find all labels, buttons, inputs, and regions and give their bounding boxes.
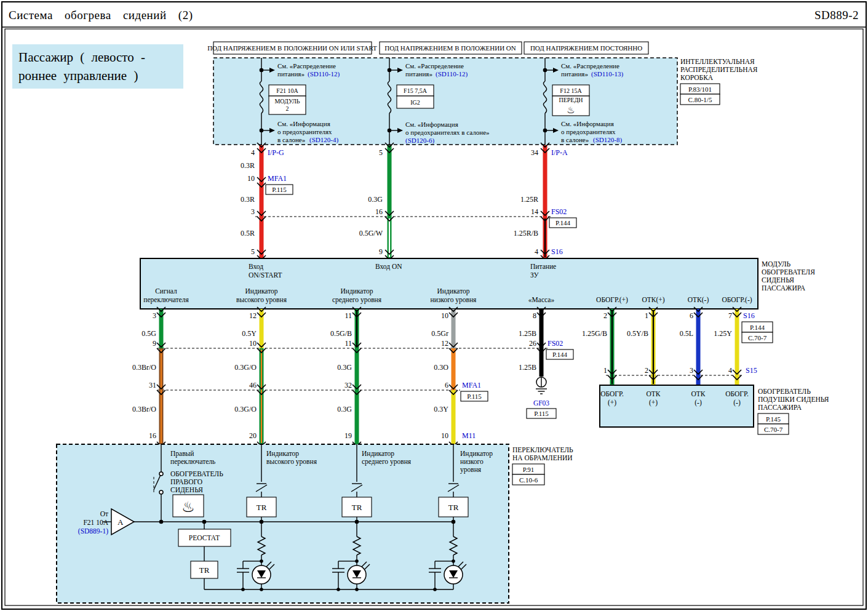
pin: 7 bbox=[728, 311, 732, 320]
wire-gauge: 0.3G bbox=[368, 195, 383, 204]
module-out6: ОБОГР.(+) bbox=[596, 296, 628, 304]
junction-box-conn-ref: C.80-1/5 bbox=[688, 96, 712, 103]
wire-gauge: 0.3O bbox=[434, 363, 448, 372]
pin: 46 bbox=[249, 381, 257, 389]
junction-box-page-ref: P.83/101 bbox=[688, 86, 712, 93]
module-output-wires: 3 12 11 10 8 2 1 6 7 S16 P.144 C.70-7 0.… bbox=[132, 307, 773, 452]
module-out7: ОТК(+) bbox=[642, 296, 664, 304]
pin: 4 bbox=[728, 366, 732, 375]
pin: 31 bbox=[149, 381, 156, 389]
ref-power-dist-3b: питания» bbox=[561, 70, 588, 78]
link-sd120-6[interactable]: (SD120-6) bbox=[405, 137, 434, 145]
source-label-2: F21 10A bbox=[83, 519, 108, 526]
module-out4b: низкого уровня bbox=[431, 296, 477, 304]
cushion-ref-2: C.70-7 bbox=[764, 426, 783, 433]
cushion-name-3: ПАССАЖИРА bbox=[758, 404, 802, 411]
module-in1a: Вход bbox=[249, 263, 263, 271]
ground-symbol-gf03: GF03 P.115 bbox=[527, 377, 556, 418]
module-out3b: среднего уровня bbox=[332, 296, 382, 304]
cushion-t4a: ОБОГР. bbox=[725, 390, 749, 397]
wire-gauge: 0.3G/O bbox=[234, 405, 257, 413]
pin: 12 bbox=[441, 339, 448, 348]
cushion-t1a: ОБОГР. bbox=[600, 390, 624, 397]
s16-ref-2: C.70-7 bbox=[748, 334, 767, 341]
ref-p115-2: P.115 bbox=[467, 393, 482, 400]
indicator-high-label-1: Индикатор bbox=[266, 450, 299, 458]
link-sd120-8[interactable]: (SD120-8) bbox=[593, 136, 622, 144]
indicator-low-label-1: Индикатор bbox=[460, 450, 493, 458]
connector-mfa1-2: MFA1 bbox=[462, 381, 481, 389]
link-sd110-12-b[interactable]: (SD110-12) bbox=[436, 70, 468, 78]
rheostat-label: РЕОСТАТ bbox=[189, 534, 220, 541]
wire-gauge: 0.3R bbox=[241, 161, 255, 170]
pin: 9 bbox=[379, 247, 383, 256]
wiring-diagram-page: Система обогрева сидений (2) SD889-2 Пас… bbox=[0, 0, 868, 611]
connector-fs02: FS02 bbox=[551, 207, 567, 216]
wire-gauge: 0.5G bbox=[141, 329, 156, 338]
amplifier-label: A bbox=[117, 517, 124, 527]
link-sd110-13[interactable]: (SD110-13) bbox=[591, 70, 623, 78]
indicator-low-label-3: уровня bbox=[460, 466, 482, 474]
power-condition-2: ПОД НАПРЯЖЕНИЕМ В ПОЛОЖЕНИИ ON bbox=[384, 44, 516, 52]
pin: 14 bbox=[531, 207, 538, 216]
wire-gauge: 0.3R bbox=[241, 195, 255, 204]
wire-gauge: 0.3G bbox=[337, 405, 352, 413]
connector-m11: M11 bbox=[462, 431, 476, 440]
connector-s16: S16 bbox=[551, 247, 563, 256]
supply-wires: 4 I/P-G 0.3R 10 MFA1 P.115 0.3R 3 0.5R 5… bbox=[241, 143, 576, 260]
pin: 32 bbox=[344, 381, 352, 389]
module-name-4: ПАССАЖИРА bbox=[762, 284, 806, 292]
pin: 1 bbox=[603, 366, 607, 375]
tr-label: TR bbox=[257, 503, 267, 512]
pin: 34 bbox=[531, 148, 538, 157]
link-sd110-12-a[interactable]: (SD110-12) bbox=[308, 70, 340, 78]
pin: 2 bbox=[645, 366, 648, 375]
pin: 26 bbox=[529, 339, 536, 348]
ref-p144: P.144 bbox=[555, 219, 571, 226]
tr-label: TR bbox=[448, 503, 459, 512]
module-in2: Вход ON bbox=[375, 263, 402, 271]
junction-box-name-3: КОРОБКА bbox=[680, 74, 714, 81]
pin: 11 bbox=[344, 311, 352, 320]
wire-gauge: 0.3Br/O bbox=[132, 405, 156, 413]
fuse-f15-label: F15 7,5A bbox=[404, 87, 428, 94]
module-out1b: переключателя bbox=[143, 296, 189, 304]
pin: 9 bbox=[153, 339, 156, 348]
power-condition-boxes: ПОД НАПРЯЖЕНИЕМ В ПОЛОЖЕНИИ ON ИЛИ START… bbox=[207, 42, 648, 54]
connector-s15: S15 bbox=[746, 366, 757, 375]
cushion-t2b: (+) bbox=[649, 399, 658, 407]
module-out2a: Индикатор bbox=[245, 287, 277, 295]
connector-gf03: GF03 bbox=[533, 399, 549, 407]
pin: 10 bbox=[441, 311, 448, 320]
wire-gauge: 0.3Br/O bbox=[132, 363, 156, 372]
wire-gauge: 1.25R bbox=[520, 195, 538, 204]
cushion-t3a: ОТК bbox=[691, 390, 706, 397]
ref-p115: P.115 bbox=[272, 186, 287, 193]
module-out9: ОБОГР.(-) bbox=[722, 296, 752, 304]
pin: 3 bbox=[690, 366, 693, 375]
power-condition-3: ПОД НАПРЯЖЕНИЕМ ПОСТОЯННО bbox=[530, 44, 642, 52]
cushion-t1b: (+) bbox=[608, 399, 616, 407]
switch-label-1: Правый bbox=[170, 450, 194, 458]
page-code: SD889-2 bbox=[814, 9, 859, 22]
seat-heater-label-2: ПРАВОГО bbox=[170, 478, 202, 485]
indicator-mid-label-2: среднего уровня bbox=[362, 458, 412, 466]
ref-fuse-info-3a: См. «Информация bbox=[561, 120, 614, 127]
pin: 10 bbox=[247, 174, 255, 183]
cushion-t4b: (-) bbox=[733, 399, 741, 407]
module-name-2: ОБОГРЕВАТЕЛЯ bbox=[762, 268, 815, 276]
fuse-f21-circuit-1: МОДУЛЬ bbox=[274, 98, 300, 105]
indicator-low-label-2: низкого bbox=[460, 458, 484, 465]
source-label-1: От bbox=[100, 510, 108, 517]
wire-gauge: 0.3G bbox=[337, 363, 352, 372]
junction-box-label: ИНТЕЛЛЕКТУАЛЬНАЯ РАСПРЕДЕЛИТЕЛЬНАЯ КОРОБ… bbox=[680, 58, 758, 105]
fuse-f15-circuit: IG2 bbox=[410, 99, 420, 106]
ref-fuse-info-2b: о предохранителях в салоне» bbox=[405, 129, 490, 136]
indicator-high-label-2: высокого уровня bbox=[266, 458, 317, 466]
tr-label: TR bbox=[199, 565, 210, 575]
pin: 6 bbox=[690, 311, 693, 320]
link-sd889-1[interactable]: (SD889-1) bbox=[78, 527, 108, 535]
cushion-t3b: (-) bbox=[695, 399, 702, 407]
ref-power-dist-3a: См. «Распределение bbox=[561, 62, 619, 70]
link-sd120-4[interactable]: (SD120-4) bbox=[309, 136, 338, 144]
